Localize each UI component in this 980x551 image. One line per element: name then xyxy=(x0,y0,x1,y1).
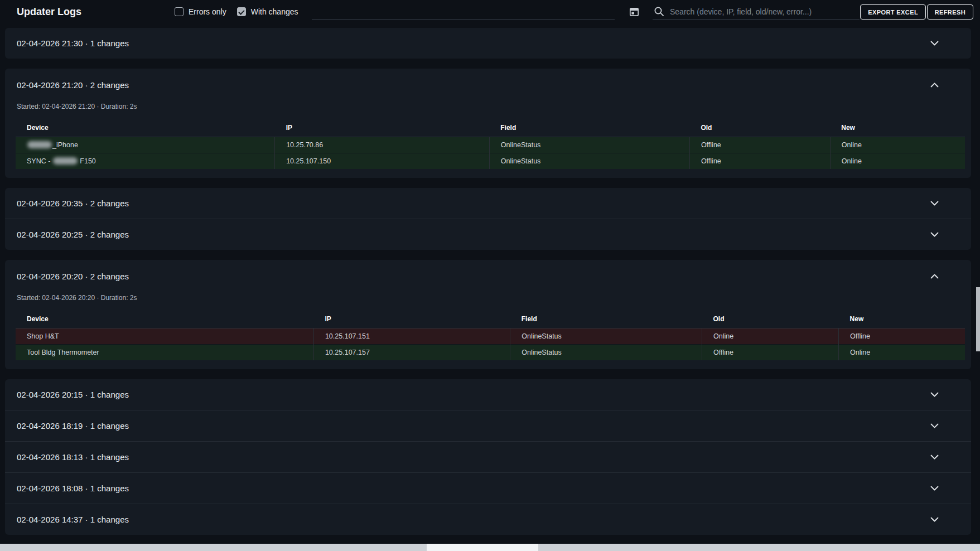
search-field[interactable] xyxy=(653,3,860,20)
cell-field: OnlineStatus xyxy=(489,153,689,170)
chevron-down-icon[interactable] xyxy=(930,423,939,428)
column-header-ip: IP xyxy=(313,310,510,328)
entry-title: 02-04-2026 20:15 · 1 changes xyxy=(17,390,930,399)
log-entry: 02-04-2026 20:25 · 2 changes xyxy=(5,219,971,250)
log-group-card: 02-04-2026 21:30 · 1 changes xyxy=(5,28,971,59)
entry-title: 02-04-2026 18:13 · 1 changes xyxy=(17,452,930,462)
log-entry: 02-04-2026 20:35 · 2 changes xyxy=(5,188,971,219)
checkbox-box[interactable] xyxy=(237,7,246,16)
chevron-down-icon[interactable] xyxy=(930,517,939,522)
chevron-down-icon[interactable] xyxy=(930,41,939,46)
log-entry-header[interactable]: 02-04-2026 21:20 · 2 changes xyxy=(5,69,971,101)
errors-only-checkbox[interactable]: Errors only xyxy=(175,7,226,16)
device-name-text: F150 xyxy=(78,157,96,165)
cell-ip: 10.25.70.86 xyxy=(275,137,490,153)
log-entry-header[interactable]: 02-04-2026 18:13 · 1 changes xyxy=(5,442,971,472)
entry-title: 02-04-2026 21:30 · 1 changes xyxy=(17,38,930,48)
cell-old: Offline xyxy=(702,345,839,361)
log-entry-header[interactable]: 02-04-2026 18:19 · 1 changes xyxy=(5,410,971,441)
table-row: SYNC - F15010.25.107.150OnlineStatusOffl… xyxy=(16,153,965,170)
log-entry: 02-04-2026 21:30 · 1 changes xyxy=(5,28,971,59)
refresh-button[interactable]: REFRESH xyxy=(927,4,973,20)
log-entry: 02-04-2026 14:37 · 1 changes xyxy=(5,504,971,535)
device-name-text: _iPhone xyxy=(52,141,78,149)
filter-checkboxes: Errors only With changes xyxy=(175,0,309,23)
log-entry-header[interactable]: 02-04-2026 14:37 · 1 changes xyxy=(5,504,971,535)
cell-old: Offline xyxy=(689,137,830,153)
column-header-old: Old xyxy=(702,310,839,328)
changes-table: DeviceIPFieldOldNewShop H&T10.25.107.151… xyxy=(16,310,965,360)
cell-field: OnlineStatus xyxy=(510,345,702,361)
chevron-down-icon[interactable] xyxy=(930,232,939,237)
log-entry-header[interactable]: 02-04-2026 20:20 · 2 changes xyxy=(5,260,971,292)
horizontal-scrollbar[interactable] xyxy=(0,544,980,551)
chevron-down-icon[interactable] xyxy=(930,392,939,397)
column-header-ip: IP xyxy=(275,119,490,137)
horizontal-scrollbar-thumb[interactable] xyxy=(427,544,538,551)
device-name-text: SYNC - xyxy=(27,157,52,165)
cell-device: Tool Bldg Thermometer xyxy=(16,345,313,361)
entry-meta: Started: 02-04-2026 20:20 · Duration: 2s xyxy=(5,292,971,303)
entry-title: 02-04-2026 21:20 · 2 changes xyxy=(17,80,930,90)
log-entry: 02-04-2026 20:20 · 2 changesStarted: 02-… xyxy=(5,260,971,369)
log-entry-header[interactable]: 02-04-2026 18:08 · 1 changes xyxy=(5,473,971,504)
cell-new: Online xyxy=(830,137,965,153)
changes-table: DeviceIPFieldOldNew_iPhone10.25.70.86Onl… xyxy=(16,119,965,169)
log-entry-header[interactable]: 02-04-2026 20:25 · 2 changes xyxy=(5,219,971,250)
table-header-row: DeviceIPFieldOldNew xyxy=(16,119,965,137)
log-entry-header[interactable]: 02-04-2026 20:35 · 2 changes xyxy=(5,188,971,219)
column-header-new: New xyxy=(830,119,965,137)
log-entry: 02-04-2026 20:15 · 1 changes xyxy=(5,379,971,410)
entry-meta: Started: 02-04-2026 21:20 · Duration: 2s xyxy=(5,101,971,112)
cell-new: Online xyxy=(839,345,965,361)
cell-ip: 10.25.107.150 xyxy=(275,153,490,170)
chevron-up-icon[interactable] xyxy=(930,83,939,88)
log-entry: 02-04-2026 18:19 · 1 changes xyxy=(5,410,971,441)
chevron-down-icon[interactable] xyxy=(930,486,939,491)
calendar-icon[interactable] xyxy=(628,6,640,18)
device-name-text: Shop H&T xyxy=(27,332,59,340)
chevron-down-icon[interactable] xyxy=(930,201,939,206)
column-header-new: New xyxy=(839,310,965,328)
search-icon xyxy=(654,6,664,17)
page-title: Updater Logs xyxy=(17,0,81,23)
log-entry-header[interactable]: 02-04-2026 20:15 · 1 changes xyxy=(5,379,971,410)
export-excel-button[interactable]: EXPORT EXCEL xyxy=(860,4,926,20)
entry-title: 02-04-2026 18:08 · 1 changes xyxy=(17,484,930,493)
redacted-text xyxy=(27,141,52,148)
entry-title: 02-04-2026 18:19 · 1 changes xyxy=(17,421,930,431)
cell-new: Offline xyxy=(839,328,965,345)
log-group-card: 02-04-2026 20:15 · 1 changes02-04-2026 1… xyxy=(5,379,971,535)
table-row: _iPhone10.25.70.86OnlineStatusOfflineOnl… xyxy=(16,137,965,153)
entry-title: 02-04-2026 20:25 · 2 changes xyxy=(17,230,930,239)
cell-ip: 10.25.107.157 xyxy=(313,345,510,361)
cell-field: OnlineStatus xyxy=(510,328,702,345)
column-header-device: Device xyxy=(16,119,275,137)
column-header-device: Device xyxy=(16,310,313,328)
cell-new: Online xyxy=(830,153,965,170)
checkbox-box[interactable] xyxy=(175,7,184,16)
checkbox-label: With changes xyxy=(251,7,298,16)
table-row: Tool Bldg Thermometer10.25.107.157Online… xyxy=(16,345,965,361)
log-group-card: 02-04-2026 20:20 · 2 changesStarted: 02-… xyxy=(5,260,971,369)
date-range-input[interactable] xyxy=(312,3,615,20)
log-entry: 02-04-2026 18:08 · 1 changes xyxy=(5,472,971,504)
column-header-field: Field xyxy=(489,119,689,137)
table-row: Shop H&T10.25.107.151OnlineStatusOnlineO… xyxy=(16,328,965,345)
log-entry: 02-04-2026 18:13 · 1 changes xyxy=(5,441,971,472)
column-header-field: Field xyxy=(510,310,702,328)
log-entry: 02-04-2026 21:20 · 2 changesStarted: 02-… xyxy=(5,69,971,178)
entry-title: 02-04-2026 20:35 · 2 changes xyxy=(17,199,930,208)
chevron-up-icon[interactable] xyxy=(930,274,939,279)
device-name-text: Tool Bldg Thermometer xyxy=(27,349,99,356)
cell-device: _iPhone xyxy=(16,137,275,153)
search-input[interactable] xyxy=(670,7,860,16)
vertical-scrollbar-thumb[interactable] xyxy=(976,287,980,351)
log-entry-header[interactable]: 02-04-2026 21:30 · 1 changes xyxy=(5,28,971,59)
cell-old: Offline xyxy=(689,153,830,170)
cell-field: OnlineStatus xyxy=(489,137,689,153)
redacted-text xyxy=(53,157,78,165)
column-header-old: Old xyxy=(689,119,830,137)
chevron-down-icon[interactable] xyxy=(930,455,939,460)
with-changes-checkbox[interactable]: With changes xyxy=(237,7,298,16)
